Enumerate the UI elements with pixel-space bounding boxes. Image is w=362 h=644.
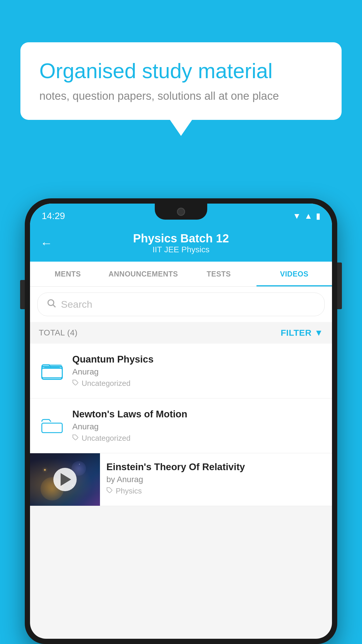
search-container: Search (30, 287, 332, 322)
search-placeholder: Search (61, 299, 92, 310)
item-author-1: Anurag (72, 367, 323, 377)
filter-label: FILTER (281, 328, 312, 338)
content-list: Quantum Physics Anurag Uncategorized (30, 344, 332, 506)
phone-notch (155, 204, 207, 220)
tag-label-3: Physics (116, 487, 142, 496)
tabs-bar: MENTS ANNOUNCEMENTS TESTS VIDEOS (30, 262, 332, 287)
svg-line-1 (53, 305, 55, 307)
tag-icon-1 (72, 379, 79, 388)
list-item-2[interactable]: Newton's Laws of Motion Anurag Uncategor… (30, 398, 332, 453)
tag-label-2: Uncategorized (82, 434, 131, 443)
tab-ments[interactable]: MENTS (30, 262, 106, 286)
filter-button[interactable]: FILTER ▼ (281, 328, 323, 338)
item-title-1: Quantum Physics (72, 354, 323, 365)
item-title-2: Newton's Laws of Motion (72, 409, 323, 420)
header-title: Physics Batch 12 (58, 232, 304, 245)
phone-outer: 14:29 ▼ ▲ ▮ ← Physics Batch 12 IIT JEE P… (25, 198, 337, 644)
video-details-3: Einstein's Theory Of Relativity by Anura… (100, 453, 332, 504)
battery-icon: ▮ (316, 211, 320, 221)
phone-inner: 14:29 ▼ ▲ ▮ ← Physics Batch 12 IIT JEE P… (30, 204, 332, 639)
video-author-3: by Anurag (106, 475, 326, 484)
item-author-2: Anurag (72, 422, 323, 431)
status-time: 14:29 (42, 211, 65, 221)
video-thumbnail (30, 453, 100, 506)
wifi-icon: ▼ (293, 211, 301, 221)
search-bar[interactable]: Search (37, 293, 325, 316)
video-tag-3: Physics (106, 487, 326, 496)
svg-rect-7 (42, 423, 62, 433)
signal-icon: ▲ (304, 211, 312, 221)
svg-rect-5 (42, 368, 62, 378)
phone-mockup: 14:29 ▼ ▲ ▮ ← Physics Batch 12 IIT JEE P… (25, 198, 337, 644)
camera (177, 208, 185, 216)
filter-bar: TOTAL (4) FILTER ▼ (30, 322, 332, 344)
item-tag-1: Uncategorized (72, 379, 323, 388)
speech-bubble: Organised study material notes, question… (20, 42, 342, 120)
play-triangle-icon (61, 473, 71, 486)
tag-icon-2 (72, 434, 79, 443)
total-count: TOTAL (4) (39, 328, 78, 337)
header-subtitle: IIT JEE Physics (58, 245, 304, 254)
list-item[interactable]: Quantum Physics Anurag Uncategorized (30, 344, 332, 398)
bubble-title: Organised study material (39, 58, 323, 83)
tab-videos[interactable]: VIDEOS (256, 262, 332, 286)
item-tag-2: Uncategorized (72, 434, 323, 443)
search-icon (46, 298, 56, 311)
tag-label-1: Uncategorized (82, 379, 131, 388)
play-button[interactable] (53, 468, 77, 491)
filter-icon: ▼ (314, 328, 323, 338)
folder-icon-1 (39, 358, 65, 384)
status-icons: ▼ ▲ ▮ (293, 211, 320, 221)
folder-icon-2 (39, 413, 65, 439)
tab-tests[interactable]: TESTS (181, 262, 256, 286)
bubble-subtitle: notes, question papers, solutions all at… (39, 90, 323, 102)
video-title-3: Einstein's Theory Of Relativity (106, 461, 326, 473)
item-details-1: Quantum Physics Anurag Uncategorized (72, 354, 323, 388)
item-details-2: Newton's Laws of Motion Anurag Uncategor… (72, 409, 323, 443)
svg-point-0 (48, 300, 54, 306)
tab-announcements[interactable]: ANNOUNCEMENTS (106, 262, 181, 286)
list-item-3[interactable]: Einstein's Theory Of Relativity by Anura… (30, 453, 332, 506)
back-button[interactable]: ← (40, 236, 52, 250)
speech-bubble-container: Organised study material notes, question… (20, 42, 342, 120)
app-header: ← Physics Batch 12 IIT JEE Physics (30, 225, 332, 262)
header-title-block: Physics Batch 12 IIT JEE Physics (58, 232, 304, 254)
tag-icon-3 (106, 487, 113, 496)
